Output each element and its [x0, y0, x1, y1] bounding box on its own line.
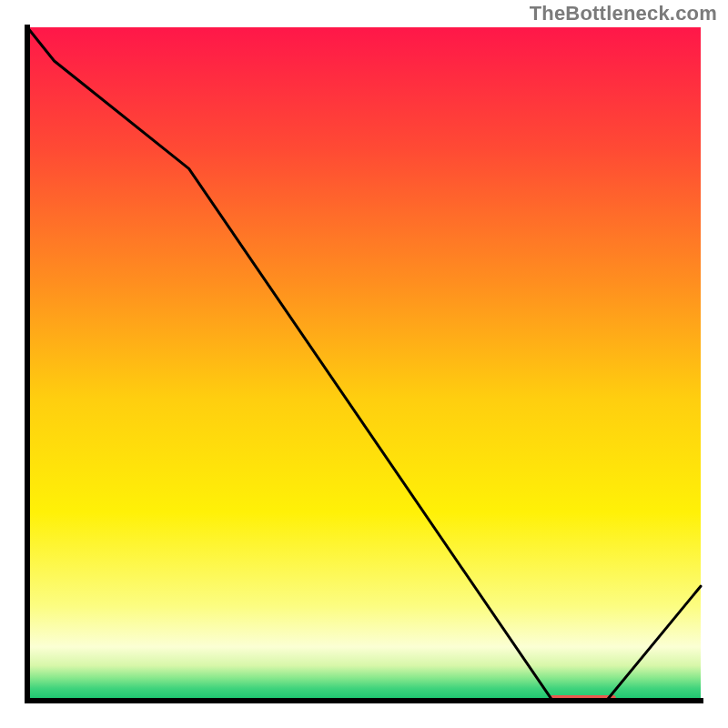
watermark-text: TheBottleneck.com	[530, 2, 717, 25]
bottleneck-chart	[0, 0, 728, 728]
plot-background	[27, 27, 701, 701]
chart-container: TheBottleneck.com	[0, 0, 728, 728]
